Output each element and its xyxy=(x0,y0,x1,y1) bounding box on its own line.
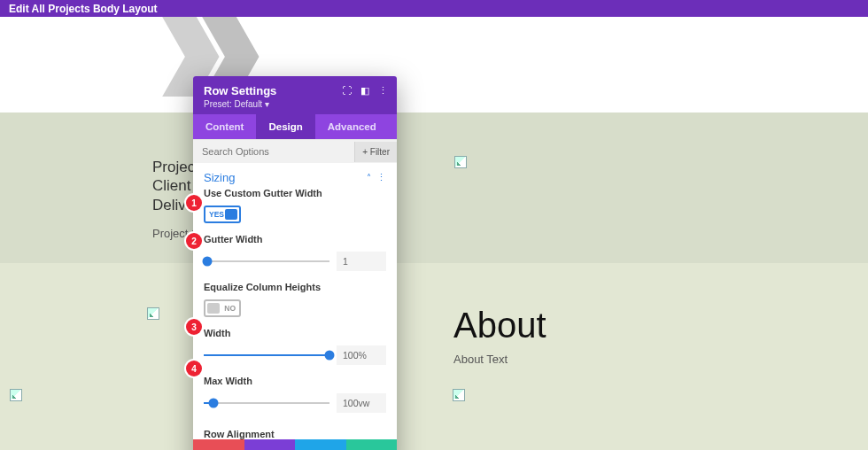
section-title: Sizing xyxy=(204,171,235,184)
expand-icon[interactable]: ⛶ xyxy=(342,85,352,97)
section-more-icon[interactable]: ⋮ xyxy=(376,172,386,183)
white-band xyxy=(0,17,868,112)
input-max-width[interactable] xyxy=(337,393,386,413)
more-icon[interactable]: ⋮ xyxy=(378,85,388,97)
slider-max-width[interactable] xyxy=(204,402,329,404)
search-input[interactable] xyxy=(193,140,354,163)
modal-tabs: Content Design Advanced xyxy=(193,114,397,139)
section-sizing[interactable]: Sizing ˄ ⋮ xyxy=(193,163,397,188)
cancel-button[interactable]: ✕ xyxy=(193,439,244,450)
toggle-knob xyxy=(207,303,220,314)
broken-image-icon xyxy=(453,389,465,401)
project-line: Projec xyxy=(152,158,198,176)
save-button[interactable]: ✓ xyxy=(346,439,398,450)
field-gutter-width: Gutter Width xyxy=(193,234,397,282)
modal-footer: ✕ ↶ ↷ ✓ xyxy=(193,439,397,450)
field-label: Width xyxy=(204,328,386,338)
chevron-up-icon[interactable]: ˄ xyxy=(367,173,371,182)
field-label: Max Width xyxy=(204,376,386,386)
filter-button[interactable]: + Filter xyxy=(354,142,397,162)
about-heading: About xyxy=(453,306,546,345)
top-bar-title: Edit All Projects Body Layout xyxy=(9,3,158,15)
broken-image-icon xyxy=(10,389,22,401)
field-row-alignment: Row Alignment xyxy=(193,423,397,439)
field-label: Gutter Width xyxy=(204,234,386,244)
about-text: About Text xyxy=(453,353,508,366)
modal-preset[interactable]: Preset: Default ▾ xyxy=(204,99,386,109)
slider-width[interactable] xyxy=(204,354,329,356)
annotation-badge: 1 xyxy=(186,195,202,211)
project-line: Client xyxy=(152,176,198,195)
slider-gutter-width[interactable] xyxy=(204,260,329,262)
broken-image-icon xyxy=(147,307,159,320)
field-label: Use Custom Gutter Width xyxy=(204,188,386,198)
annotation-badge: 2 xyxy=(186,233,202,249)
tab-design[interactable]: Design xyxy=(256,114,314,139)
toggle-custom-gutter[interactable]: YES xyxy=(204,206,241,223)
broken-image-icon xyxy=(454,156,467,168)
input-width[interactable] xyxy=(337,345,386,365)
field-custom-gutter: Use Custom Gutter Width YES xyxy=(193,188,397,234)
undo-button[interactable]: ↶ xyxy=(244,439,296,450)
tab-content[interactable]: Content xyxy=(193,114,256,139)
gray-band xyxy=(0,112,868,263)
top-bar: Edit All Projects Body Layout xyxy=(0,0,868,17)
tab-advanced[interactable]: Advanced xyxy=(315,114,389,139)
toggle-label: NO xyxy=(221,304,239,313)
row-settings-modal: Row Settings Preset: Default ▾ ⛶ ◧ ⋮ Con… xyxy=(193,76,397,450)
field-label: Equalize Column Heights xyxy=(204,282,386,292)
redo-button[interactable]: ↷ xyxy=(295,439,346,450)
columns-icon[interactable]: ◧ xyxy=(360,85,369,97)
field-equalize: Equalize Column Heights NO xyxy=(193,282,397,328)
field-width: Width xyxy=(193,328,397,376)
annotation-badge: 3 xyxy=(186,319,202,335)
search-row: + Filter xyxy=(193,139,397,163)
annotation-badge: 4 xyxy=(186,361,202,376)
field-max-width: Max Width xyxy=(193,376,397,423)
toggle-knob xyxy=(225,209,237,220)
modal-header[interactable]: Row Settings Preset: Default ▾ ⛶ ◧ ⋮ xyxy=(193,76,397,114)
input-gutter-width[interactable] xyxy=(337,252,386,271)
toggle-equalize[interactable]: NO xyxy=(204,299,241,317)
